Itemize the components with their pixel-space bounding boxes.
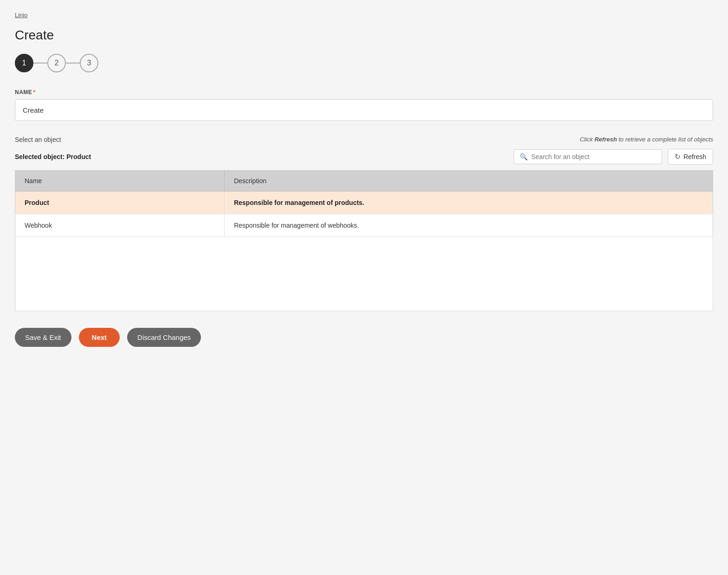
search-icon: 🔍	[520, 153, 528, 160]
refresh-button[interactable]: ↻ Refresh	[668, 149, 713, 165]
row-name-product: Product	[15, 192, 225, 214]
object-controls: Selected object: Product 🔍 ↻ Refresh	[15, 149, 713, 165]
breadcrumb-link[interactable]: Linio	[15, 12, 27, 19]
required-indicator: *	[33, 89, 35, 96]
row-description-webhook: Responsible for management of webhooks.	[225, 214, 713, 237]
search-refresh-group: 🔍 ↻ Refresh	[514, 149, 713, 165]
step-1: 1	[15, 54, 33, 72]
name-input[interactable]	[15, 99, 713, 121]
selected-object-label: Selected object: Product	[15, 153, 91, 160]
table-row[interactable]: Webhook Responsible for management of we…	[15, 214, 713, 237]
table-row[interactable]: Product Responsible for management of pr…	[15, 192, 713, 214]
objects-table: Name Description Product Responsible for…	[15, 170, 713, 311]
save-exit-button[interactable]: Save & Exit	[15, 328, 71, 347]
next-button[interactable]: Next	[79, 328, 120, 347]
stepper: 1 2 3	[15, 54, 713, 72]
footer-buttons: Save & Exit Next Discard Changes	[15, 328, 713, 347]
column-description: Description	[225, 171, 713, 192]
name-label: NAME*	[15, 89, 713, 96]
row-name-webhook: Webhook	[15, 214, 225, 237]
row-description-product: Responsible for management of products.	[225, 192, 713, 214]
table-empty-row	[15, 237, 713, 311]
step-2: 2	[47, 54, 66, 72]
step-connector-2-3	[66, 63, 80, 64]
refresh-hint: Click Refresh to retrieve a complete lis…	[580, 136, 713, 143]
search-box: 🔍	[514, 149, 662, 164]
table-header-row: Name Description	[15, 171, 713, 192]
column-name: Name	[15, 171, 225, 192]
step-3: 3	[80, 54, 98, 72]
refresh-button-label: Refresh	[683, 153, 706, 160]
breadcrumb: Linio	[15, 11, 713, 19]
search-input[interactable]	[531, 153, 656, 160]
refresh-icon: ↻	[675, 153, 681, 161]
object-selector-section: Select an object Click Refresh to retrie…	[15, 136, 713, 311]
object-section-header: Select an object Click Refresh to retrie…	[15, 136, 713, 143]
discard-changes-button[interactable]: Discard Changes	[127, 328, 201, 347]
name-field-section: NAME*	[15, 89, 713, 121]
step-connector-1-2	[33, 63, 47, 64]
select-object-label: Select an object	[15, 136, 61, 143]
page-title: Create	[15, 28, 713, 43]
